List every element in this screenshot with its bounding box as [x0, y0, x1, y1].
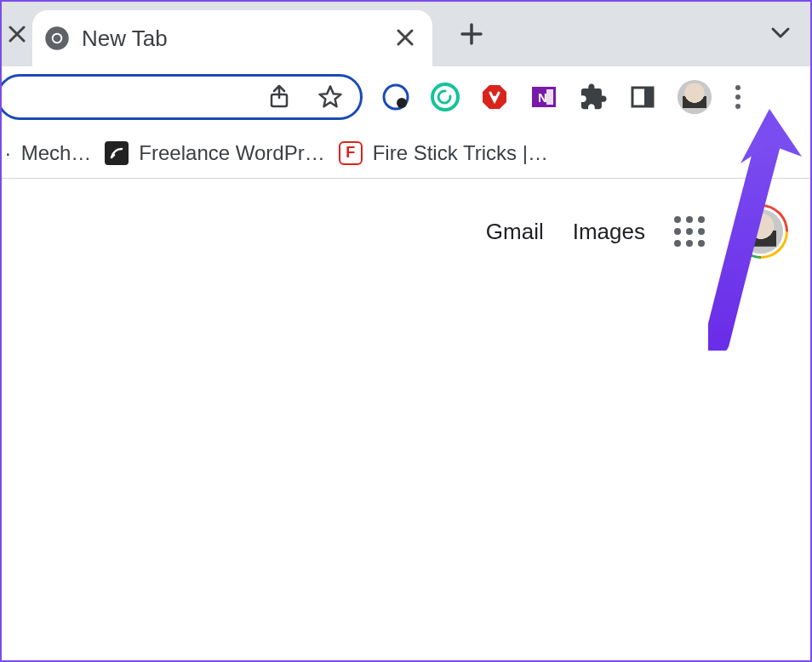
bookmark-label: Freelance WordPr… [139, 141, 324, 165]
share-icon[interactable] [265, 83, 294, 111]
tab-search-dropdown-icon[interactable] [769, 21, 792, 47]
toolbar: N [2, 66, 810, 128]
tab-title: New Tab [82, 26, 393, 52]
svg-point-2 [54, 35, 61, 43]
google-account-avatar[interactable] [734, 204, 788, 259]
chrome-icon [44, 26, 70, 51]
bookmarks-bar: · Mech… Freelance WordPr… F Fire Stick T… [2, 128, 810, 179]
extensions-puzzle-icon[interactable] [579, 83, 608, 111]
side-panel-icon[interactable] [628, 83, 657, 111]
new-tab-button[interactable] [448, 10, 495, 58]
bookmark-item[interactable]: F Fire Stick Tricks |… [339, 141, 548, 165]
images-link[interactable]: Images [573, 219, 645, 245]
bookmark-item[interactable]: Freelance WordPr… [105, 141, 324, 165]
bookmark-favicon [105, 141, 129, 165]
svg-point-6 [432, 84, 458, 110]
ntp-header: Gmail Images [2, 179, 810, 259]
google-apps-icon[interactable] [674, 216, 705, 247]
chrome-menu-button[interactable] [732, 82, 744, 112]
previous-tab-close-icon[interactable] [2, 2, 32, 66]
active-tab[interactable]: New Tab [32, 10, 432, 66]
svg-rect-12 [644, 88, 653, 106]
profile-avatar[interactable] [678, 80, 712, 114]
bookmark-star-icon[interactable] [316, 83, 345, 111]
svg-text:N: N [538, 90, 547, 105]
bookmark-favicon: F [339, 141, 363, 165]
onenote-icon[interactable]: N [529, 83, 558, 111]
grammarly-icon[interactable] [431, 83, 460, 111]
tab-strip: New Tab [2, 2, 810, 66]
bookmark-label: Fire Stick Tricks |… [373, 141, 548, 165]
adblock-icon[interactable] [480, 83, 509, 111]
gmail-link[interactable]: Gmail [486, 219, 544, 245]
extension-icon-1[interactable] [381, 83, 410, 111]
close-tab-icon[interactable] [393, 26, 417, 52]
bookmark-item[interactable]: · Mech… [14, 141, 91, 165]
bookmark-label: Mech… [21, 141, 92, 165]
address-bar[interactable] [0, 74, 363, 120]
extension-icons-row: N [381, 80, 800, 114]
svg-point-5 [397, 98, 407, 108]
svg-rect-9 [546, 89, 553, 105]
